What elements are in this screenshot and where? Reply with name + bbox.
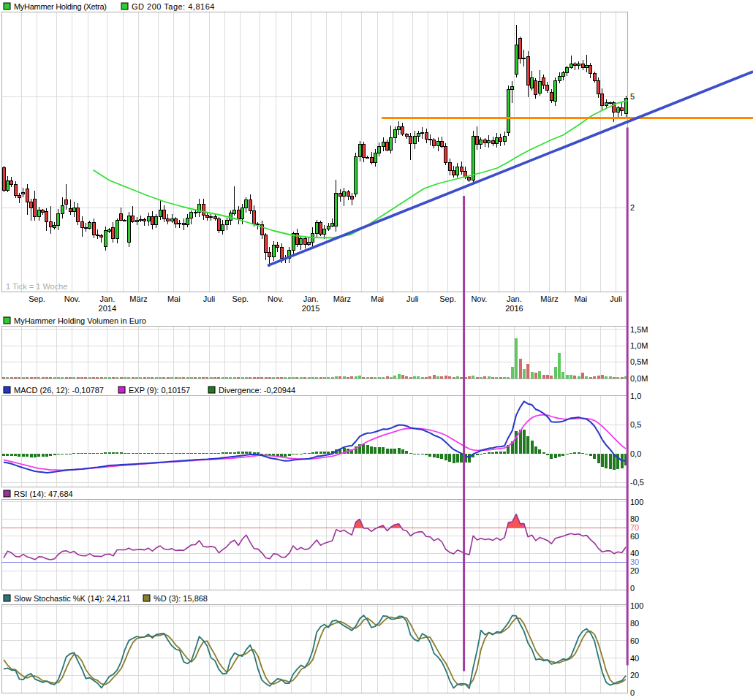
svg-text:20: 20 bbox=[630, 566, 639, 575]
svg-text:März: März bbox=[333, 294, 351, 303]
svg-text:Nov.: Nov. bbox=[64, 294, 80, 303]
svg-text:80: 80 bbox=[630, 514, 639, 523]
svg-text:MyHammer Holding Volumen in Eu: MyHammer Holding Volumen in Euro bbox=[14, 316, 146, 325]
svg-text:40: 40 bbox=[630, 549, 639, 558]
svg-text:5: 5 bbox=[630, 92, 635, 101]
svg-text:0,5M: 0,5M bbox=[630, 357, 648, 366]
svg-text:1,0: 1,0 bbox=[630, 392, 641, 400]
svg-text:Jan.: Jan. bbox=[507, 294, 522, 303]
svg-text:Jan.: Jan. bbox=[303, 294, 319, 303]
svg-text:Mai: Mai bbox=[371, 294, 384, 303]
svg-text:Sep.: Sep. bbox=[439, 294, 456, 303]
svg-text:2016: 2016 bbox=[505, 304, 523, 313]
svg-text:März: März bbox=[540, 294, 558, 303]
svg-text:100: 100 bbox=[630, 601, 643, 610]
svg-text:Nov.: Nov. bbox=[471, 294, 487, 303]
svg-text:-0,5: -0,5 bbox=[630, 478, 644, 487]
svg-text:MACD (26, 12): -0,10787: MACD (26, 12): -0,10787 bbox=[14, 386, 104, 395]
svg-text:Jan.: Jan. bbox=[99, 294, 115, 303]
svg-text:EXP (9): 0,10157: EXP (9): 0,10157 bbox=[129, 386, 190, 395]
svg-text:Sep.: Sep. bbox=[232, 294, 249, 303]
svg-text:Juli: Juli bbox=[203, 294, 216, 303]
svg-text:1,5M: 1,5M bbox=[630, 325, 648, 334]
svg-text:0,5: 0,5 bbox=[630, 420, 641, 429]
svg-text:30: 30 bbox=[630, 558, 639, 566]
svg-text:GD 200 Tage: 4,8164: GD 200 Tage: 4,8164 bbox=[132, 2, 215, 11]
svg-text:%D (3): 15,868: %D (3): 15,868 bbox=[154, 594, 208, 603]
svg-text:60: 60 bbox=[630, 532, 639, 541]
svg-text:0: 0 bbox=[630, 688, 635, 697]
svg-text:0,0: 0,0 bbox=[630, 449, 641, 458]
svg-text:2015: 2015 bbox=[302, 304, 319, 313]
svg-text:Divergence: -0,20944: Divergence: -0,20944 bbox=[219, 386, 295, 395]
svg-text:1 Tick = 1 Woche: 1 Tick = 1 Woche bbox=[6, 282, 67, 291]
svg-text:0: 0 bbox=[630, 584, 635, 593]
svg-text:Juli: Juli bbox=[610, 294, 622, 303]
svg-text:0,0M: 0,0M bbox=[630, 374, 648, 383]
svg-text:60: 60 bbox=[630, 636, 639, 645]
svg-text:40: 40 bbox=[630, 654, 639, 663]
svg-text:Nov.: Nov. bbox=[268, 294, 284, 303]
svg-text:Juli: Juli bbox=[406, 294, 419, 303]
svg-text:80: 80 bbox=[630, 619, 639, 628]
svg-text:2: 2 bbox=[630, 203, 635, 212]
svg-text:70: 70 bbox=[630, 523, 639, 532]
svg-text:MyHammer Holding (Xetra): MyHammer Holding (Xetra) bbox=[14, 2, 107, 11]
svg-text:Sep.: Sep. bbox=[29, 294, 45, 303]
svg-text:1,0M: 1,0M bbox=[630, 341, 648, 350]
svg-text:2014: 2014 bbox=[99, 304, 116, 313]
svg-text:Mai: Mai bbox=[575, 294, 588, 303]
svg-text:100: 100 bbox=[630, 498, 643, 506]
svg-text:RSI (14): 47,684: RSI (14): 47,684 bbox=[14, 490, 73, 498]
svg-text:Mai: Mai bbox=[167, 294, 181, 303]
svg-text:20: 20 bbox=[630, 671, 639, 680]
svg-text:Slow Stochastic %K (14): 24,21: Slow Stochastic %K (14): 24,211 bbox=[14, 594, 130, 603]
svg-text:März: März bbox=[129, 294, 147, 303]
